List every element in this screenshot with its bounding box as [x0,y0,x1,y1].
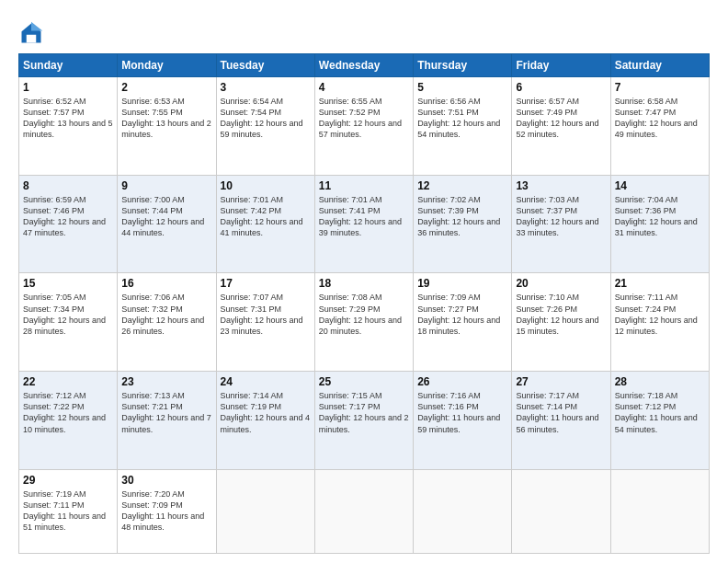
day-info: Sunrise: 7:01 AMSunset: 7:41 PMDaylight:… [319,194,409,239]
day-number: 5 [417,81,507,94]
calendar-cell: 22Sunrise: 7:12 AMSunset: 7:22 PMDayligh… [19,372,118,470]
day-info: Sunrise: 7:02 AMSunset: 7:39 PMDaylight:… [417,194,507,239]
day-info: Sunrise: 7:15 AMSunset: 7:17 PMDaylight:… [319,390,409,435]
day-number: 22 [23,375,113,388]
day-number: 19 [417,277,507,290]
header [18,17,710,46]
day-header-thursday: Thursday [414,54,512,77]
day-number: 6 [516,81,606,94]
day-info: Sunrise: 7:08 AMSunset: 7:29 PMDaylight:… [319,292,409,337]
day-info: Sunrise: 7:18 AMSunset: 7:12 PMDaylight:… [615,390,705,435]
day-number: 26 [417,375,507,388]
calendar-table: SundayMondayTuesdayWednesdayThursdayFrid… [18,53,710,554]
day-number: 7 [615,81,705,94]
calendar-cell: 18Sunrise: 7:08 AMSunset: 7:29 PMDayligh… [314,273,413,372]
day-info: Sunrise: 7:06 AMSunset: 7:32 PMDaylight:… [121,292,211,337]
day-info: Sunrise: 7:10 AMSunset: 7:26 PMDaylight:… [516,292,606,337]
day-number: 4 [319,81,409,94]
day-info: Sunrise: 7:13 AMSunset: 7:21 PMDaylight:… [121,390,211,435]
day-info: Sunrise: 6:54 AMSunset: 7:54 PMDaylight:… [221,96,311,141]
calendar-week-4: 22Sunrise: 7:12 AMSunset: 7:22 PMDayligh… [19,372,710,470]
calendar-cell: 20Sunrise: 7:10 AMSunset: 7:26 PMDayligh… [512,273,610,372]
calendar-cell: 15Sunrise: 7:05 AMSunset: 7:34 PMDayligh… [19,273,118,372]
calendar-cell: 27Sunrise: 7:17 AMSunset: 7:14 PMDayligh… [512,372,610,470]
calendar-cell: 1Sunrise: 6:52 AMSunset: 7:57 PMDaylight… [19,77,118,176]
day-info: Sunrise: 6:52 AMSunset: 7:57 PMDaylight:… [23,96,113,141]
calendar-cell: 11Sunrise: 7:01 AMSunset: 7:41 PMDayligh… [314,175,413,273]
svg-rect-2 [27,35,37,43]
day-header-tuesday: Tuesday [216,54,314,77]
svg-marker-1 [31,22,42,31]
page: SundayMondayTuesdayWednesdayThursdayFrid… [0,0,728,563]
day-number: 18 [319,277,409,290]
day-number: 15 [23,277,113,290]
calendar-cell [216,469,314,553]
day-number: 3 [221,81,311,94]
day-info: Sunrise: 6:57 AMSunset: 7:49 PMDaylight:… [516,96,606,141]
logo-icon [18,20,44,46]
day-number: 2 [121,81,211,94]
calendar-cell: 6Sunrise: 6:57 AMSunset: 7:49 PMDaylight… [512,77,610,176]
calendar-cell: 28Sunrise: 7:18 AMSunset: 7:12 PMDayligh… [610,372,709,470]
calendar-cell: 13Sunrise: 7:03 AMSunset: 7:37 PMDayligh… [512,175,610,273]
calendar-cell: 29Sunrise: 7:19 AMSunset: 7:11 PMDayligh… [19,469,118,553]
day-number: 12 [417,179,507,192]
day-info: Sunrise: 7:00 AMSunset: 7:44 PMDaylight:… [121,194,211,239]
calendar-cell [414,469,512,553]
calendar-cell: 16Sunrise: 7:06 AMSunset: 7:32 PMDayligh… [118,273,216,372]
calendar-cell: 19Sunrise: 7:09 AMSunset: 7:27 PMDayligh… [414,273,512,372]
day-number: 30 [121,474,211,487]
day-number: 20 [516,277,606,290]
day-number: 13 [516,179,606,192]
calendar-cell: 7Sunrise: 6:58 AMSunset: 7:47 PMDaylight… [610,77,709,176]
day-number: 16 [121,277,211,290]
calendar-week-1: 1Sunrise: 6:52 AMSunset: 7:57 PMDaylight… [19,77,710,176]
calendar-cell: 14Sunrise: 7:04 AMSunset: 7:36 PMDayligh… [610,175,709,273]
calendar-cell: 4Sunrise: 6:55 AMSunset: 7:52 PMDaylight… [314,77,413,176]
calendar-week-2: 8Sunrise: 6:59 AMSunset: 7:46 PMDaylight… [19,175,710,273]
day-info: Sunrise: 7:14 AMSunset: 7:19 PMDaylight:… [221,390,311,435]
day-header-friday: Friday [512,54,610,77]
day-header-saturday: Saturday [610,54,709,77]
day-info: Sunrise: 6:53 AMSunset: 7:55 PMDaylight:… [121,96,211,141]
calendar-cell: 21Sunrise: 7:11 AMSunset: 7:24 PMDayligh… [610,273,709,372]
day-number: 17 [221,277,311,290]
day-info: Sunrise: 7:20 AMSunset: 7:09 PMDaylight:… [121,488,211,534]
calendar-week-3: 15Sunrise: 7:05 AMSunset: 7:34 PMDayligh… [19,273,710,372]
day-info: Sunrise: 6:56 AMSunset: 7:51 PMDaylight:… [417,96,507,141]
day-number: 25 [319,375,409,388]
calendar-cell: 25Sunrise: 7:15 AMSunset: 7:17 PMDayligh… [314,372,413,470]
calendar-cell [512,469,610,553]
calendar-cell: 30Sunrise: 7:20 AMSunset: 7:09 PMDayligh… [118,469,216,553]
day-info: Sunrise: 7:19 AMSunset: 7:11 PMDaylight:… [23,488,113,534]
calendar-cell: 5Sunrise: 6:56 AMSunset: 7:51 PMDaylight… [414,77,512,176]
day-info: Sunrise: 7:11 AMSunset: 7:24 PMDaylight:… [615,292,705,337]
day-number: 28 [615,375,705,388]
calendar-cell: 26Sunrise: 7:16 AMSunset: 7:16 PMDayligh… [414,372,512,470]
calendar-body: 1Sunrise: 6:52 AMSunset: 7:57 PMDaylight… [19,77,710,554]
calendar-cell: 17Sunrise: 7:07 AMSunset: 7:31 PMDayligh… [216,273,314,372]
calendar-cell: 3Sunrise: 6:54 AMSunset: 7:54 PMDaylight… [216,77,314,176]
calendar-cell: 9Sunrise: 7:00 AMSunset: 7:44 PMDaylight… [118,175,216,273]
day-info: Sunrise: 7:12 AMSunset: 7:22 PMDaylight:… [23,390,113,435]
day-header-monday: Monday [118,54,216,77]
day-number: 8 [23,179,113,192]
day-info: Sunrise: 6:58 AMSunset: 7:47 PMDaylight:… [615,96,705,141]
calendar-cell [314,469,413,553]
day-number: 10 [221,179,311,192]
day-info: Sunrise: 7:03 AMSunset: 7:37 PMDaylight:… [516,194,606,239]
day-number: 24 [221,375,311,388]
calendar-cell: 23Sunrise: 7:13 AMSunset: 7:21 PMDayligh… [118,372,216,470]
day-info: Sunrise: 6:59 AMSunset: 7:46 PMDaylight:… [23,194,113,239]
calendar-cell: 12Sunrise: 7:02 AMSunset: 7:39 PMDayligh… [414,175,512,273]
calendar-week-5: 29Sunrise: 7:19 AMSunset: 7:11 PMDayligh… [19,469,710,553]
logo [18,17,50,46]
day-info: Sunrise: 6:55 AMSunset: 7:52 PMDaylight:… [319,96,409,141]
calendar-cell: 10Sunrise: 7:01 AMSunset: 7:42 PMDayligh… [216,175,314,273]
day-info: Sunrise: 7:09 AMSunset: 7:27 PMDaylight:… [417,292,507,337]
day-number: 27 [516,375,606,388]
day-number: 29 [23,474,113,487]
day-number: 1 [23,81,113,94]
day-header-sunday: Sunday [19,54,118,77]
day-number: 23 [121,375,211,388]
